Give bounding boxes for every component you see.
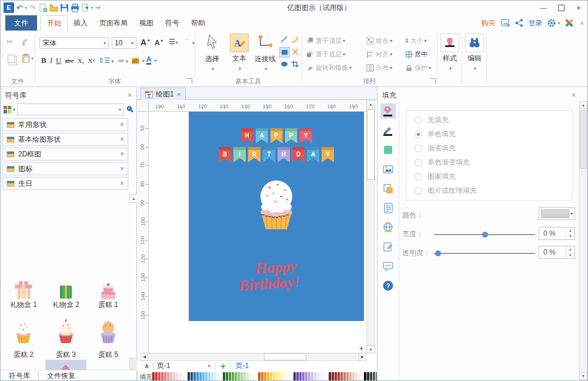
minimize-button[interactable]: —	[534, 1, 552, 14]
canvas-scroll-up-icon[interactable]: ▲	[366, 100, 375, 108]
banner-flag[interactable]: H	[241, 128, 253, 143]
library-search-input[interactable]: ▾	[17, 103, 124, 115]
align-text-button[interactable]: ☰▾	[169, 38, 178, 46]
symbol-label[interactable]: 礼物盒 2	[45, 300, 86, 310]
search-icon[interactable]: 🔍︎	[126, 105, 134, 114]
palette-swatch[interactable]	[370, 372, 372, 380]
connector-tool-button[interactable]: 连接线▾	[253, 34, 277, 72]
palette-swatch[interactable]	[205, 372, 208, 380]
distribute-button[interactable]: 分布▾	[366, 62, 392, 73]
canvas-hscroll-thumb[interactable]	[264, 353, 306, 360]
canvas-viewport[interactable]: HAPPY BIRTHDAY	[149, 112, 366, 353]
style-button[interactable]: 样式▾	[439, 34, 460, 72]
symbol-label[interactable]: 蛋糕 3	[45, 350, 86, 360]
symbol-thumb-cupcake3[interactable]	[45, 316, 86, 349]
tab-view[interactable]: 视图	[133, 16, 159, 31]
canvas-horizontal-scrollbar[interactable]	[141, 353, 366, 361]
rectangle-tool-icon[interactable]	[279, 47, 290, 58]
banner-flag[interactable]: R	[248, 147, 260, 162]
palette-swatch[interactable]	[235, 372, 237, 380]
palette-swatch[interactable]	[373, 372, 375, 380]
page-tab-active[interactable]: 页-1	[235, 361, 249, 371]
save-icon[interactable]	[59, 2, 69, 13]
symbol-thumb-cake1[interactable]	[88, 279, 129, 302]
pan-zoom-plus-icon[interactable]: +	[359, 345, 363, 353]
palette-swatch[interactable]	[332, 372, 334, 380]
copy-icon[interactable]	[8, 55, 15, 63]
palette-swatch[interactable]	[308, 372, 310, 380]
tab-page-layout[interactable]: 页面布局	[93, 16, 133, 31]
shrink-font-button[interactable]: A▼	[155, 39, 164, 47]
palette-swatch[interactable]	[335, 372, 337, 380]
brightness-spinner[interactable]: 0 % ▲▼	[539, 227, 575, 240]
cut-icon[interactable]: ✂	[6, 37, 14, 46]
font-dialog-launcher-icon[interactable]	[186, 78, 192, 84]
banner-flag[interactable]: A	[256, 128, 268, 143]
library-panel-close-icon[interactable]: ×	[128, 91, 132, 99]
font-name-select[interactable]: 宋体▾	[39, 37, 109, 49]
redo-icon[interactable]: ↷	[27, 2, 38, 13]
edit-button[interactable]: 编辑▾	[464, 34, 485, 72]
rotate-mirror-button[interactable]: 旋转和镜像▾	[306, 62, 352, 73]
palette-swatch[interactable]	[317, 372, 319, 380]
symbol-thumb-cupcake2[interactable]	[3, 316, 44, 349]
underline-button[interactable]: U	[56, 56, 61, 65]
palette-swatch[interactable]	[170, 372, 172, 380]
library-category[interactable]: 生日 ×	[2, 177, 128, 190]
transparency-spinner[interactable]: 0 % ▲▼	[539, 246, 575, 259]
font-color-button[interactable]: A	[146, 56, 152, 65]
radio-icon[interactable]	[415, 131, 422, 138]
add-page-button[interactable]: +	[220, 361, 226, 371]
center-button[interactable]: 居中	[405, 48, 427, 60]
palette-swatch[interactable]	[299, 372, 302, 380]
palette-swatch[interactable]	[355, 372, 358, 380]
palette-swatch[interactable]	[361, 372, 363, 380]
palette-swatch[interactable]	[249, 372, 252, 380]
insert-picture-icon[interactable]	[380, 162, 396, 177]
hyperlink-icon[interactable]	[380, 220, 396, 235]
text-arc-button[interactable]: ⌒▾	[184, 38, 195, 48]
banner-flag[interactable]: H	[278, 147, 290, 162]
palette-swatch[interactable]	[229, 372, 231, 380]
palette-swatch[interactable]	[185, 372, 187, 380]
open-file-icon[interactable]	[48, 2, 59, 13]
birthday-card-shape[interactable]: HAPPY BIRTHDAY	[189, 112, 364, 321]
tab-file[interactable]: 文件	[5, 15, 37, 31]
radio-icon[interactable]	[415, 145, 422, 152]
page-select-dropdown-icon[interactable]: ▾	[208, 363, 211, 369]
tab-insert[interactable]: 插入	[68, 16, 93, 31]
document-tab[interactable]: 绘图1 ×	[141, 88, 186, 101]
palette-swatch[interactable]	[176, 372, 178, 380]
banner-flag[interactable]: B	[219, 147, 231, 162]
canvas-scroll-right-icon[interactable]: ▶	[359, 353, 366, 361]
close-button[interactable]: ×	[570, 1, 587, 14]
palette-swatch[interactable]	[173, 372, 175, 380]
palette-swatch[interactable]	[293, 372, 296, 380]
palette-swatch[interactable]	[323, 372, 325, 380]
radio-icon[interactable]	[415, 173, 422, 181]
palette-swatch[interactable]	[261, 372, 263, 380]
crop-tool-icon[interactable]	[290, 59, 300, 69]
collapse-ribbon-icon[interactable]: ∧	[580, 20, 584, 26]
fill-panel-scroll-down-icon[interactable]: ▼	[579, 372, 587, 380]
palette-swatch[interactable]	[305, 372, 308, 380]
palette-swatch[interactable]	[273, 372, 275, 380]
subscript-button[interactable]: X₂	[78, 57, 85, 64]
palette-swatch[interactable]	[196, 372, 199, 380]
shadow-style-icon[interactable]	[380, 142, 396, 158]
tab-symbol-library[interactable]: 符号库	[1, 371, 38, 381]
select-tool-button[interactable]: 选择▾	[201, 34, 224, 72]
font-size-select[interactable]: 10▾	[112, 37, 136, 49]
fill-tool-icon[interactable]	[380, 103, 396, 119]
export-image-icon[interactable]	[501, 19, 510, 27]
page-select[interactable]: 页-1	[157, 361, 171, 371]
library-category[interactable]: 常用形状 ×	[2, 118, 128, 131]
banner-flag[interactable]: Y	[300, 128, 312, 143]
symbol-thumb-cupcake5[interactable]	[88, 316, 129, 349]
line-style-icon[interactable]	[380, 123, 396, 138]
customize-toolbar-icon[interactable]: ▪▾	[93, 2, 103, 13]
line-spacing-button[interactable]: ⇕☰▾	[98, 56, 114, 65]
send-to-back-button[interactable]: 置于底层▾	[306, 48, 345, 60]
transparency-spinner-arrows[interactable]: ▲▼	[566, 246, 574, 258]
community-pinwheel-icon[interactable]	[564, 18, 574, 28]
